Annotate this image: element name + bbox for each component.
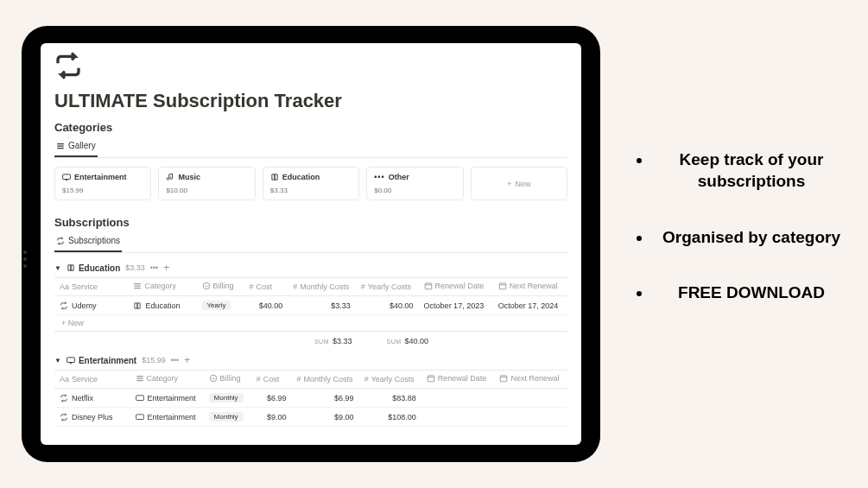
add-row-icon[interactable]: + (163, 262, 169, 274)
cell-category: Entertainment (148, 394, 196, 402)
card-price: $3.33 (270, 187, 352, 194)
hash-icon: # (249, 282, 253, 291)
col-billing[interactable]: Billing (220, 374, 241, 383)
category-card-new[interactable]: + New (471, 167, 567, 200)
calendar-icon (424, 282, 433, 290)
app-screen: ULTIMATE Subscription Tracker Categories… (41, 43, 581, 445)
category-card-education[interactable]: Education $3.33 (263, 167, 359, 200)
sum-row: SUM$3.33 SUM$40.00 (175, 332, 567, 351)
chevron-down-icon (209, 374, 218, 383)
cell-next (494, 408, 567, 427)
col-cost[interactable]: Cost (257, 282, 273, 291)
add-row-icon[interactable]: + (184, 354, 190, 366)
triangle-down-icon: ▼ (54, 264, 61, 272)
calendar-icon (499, 374, 508, 383)
cell-service: Netflix (72, 394, 93, 402)
col-service[interactable]: Service (72, 282, 98, 291)
cell-billing: Yearly (202, 301, 231, 310)
new-row-label: New (68, 319, 84, 327)
more-icon[interactable]: ••• (150, 263, 158, 272)
table-row[interactable]: Netflix Entertainment Monthly $6.99 $6.9… (54, 389, 567, 408)
cell-cost: $6.99 (251, 389, 292, 408)
svg-point-5 (210, 375, 217, 382)
svg-point-1 (203, 282, 210, 289)
col-next[interactable]: Next Renewal (510, 374, 559, 383)
sum-yearly: $40.00 (405, 337, 429, 345)
cell-cost: $40.00 (244, 296, 288, 315)
book-icon (67, 263, 75, 272)
subscriptions-heading: Subscriptions (54, 216, 567, 229)
hash-icon: # (296, 375, 301, 383)
category-cards: Entertainment $15.99 Music $10.00 Educat… (54, 167, 567, 200)
marketing-bullets: Keep track of your subscriptions Organis… (600, 149, 851, 339)
group-price: $3.33 (125, 263, 145, 272)
col-category[interactable]: Category (147, 374, 179, 383)
hash-icon: # (364, 375, 369, 383)
cell-next (494, 389, 567, 408)
tablet-frame: ULTIMATE Subscription Tracker Categories… (22, 26, 600, 462)
tab-gallery-label: Gallery (68, 141, 96, 150)
stack-icon (136, 374, 144, 383)
aa-icon: Aa (60, 375, 69, 383)
category-card-other[interactable]: ••• Other $0.00 (366, 167, 463, 200)
table-education: AaService Category Billing #Cost #Monthl… (54, 277, 567, 315)
col-yearly[interactable]: Yearly Costs (368, 282, 411, 291)
tab-gallery[interactable]: Gallery (54, 137, 98, 157)
cell-yearly: $40.00 (356, 296, 419, 315)
loop-small-icon (60, 413, 68, 421)
card-name: Music (178, 173, 200, 181)
plus-icon: + (507, 180, 511, 188)
col-yearly[interactable]: Yearly Costs (371, 375, 415, 383)
group-header-entertainment[interactable]: ▼ Entertainment $15.99 ••• + (54, 354, 567, 366)
cell-renewal (421, 408, 495, 427)
loop-small-icon (56, 237, 65, 245)
plus-icon: + (61, 319, 66, 327)
svg-rect-0 (63, 174, 71, 180)
cell-billing: Monthly (209, 412, 244, 421)
aa-icon: Aa (60, 282, 69, 291)
calendar-icon (427, 374, 435, 383)
tab-subscriptions[interactable]: Subscriptions (54, 232, 122, 252)
col-next[interactable]: Next Renewal (510, 282, 558, 290)
loop-small-icon (60, 301, 68, 310)
svg-rect-6 (428, 376, 434, 382)
svg-rect-2 (425, 283, 432, 289)
book-icon (270, 173, 279, 181)
cell-renewal (421, 389, 495, 408)
group-name: Entertainment (79, 356, 136, 365)
col-renewal[interactable]: Renewal Date (438, 374, 487, 383)
card-name: Entertainment (74, 173, 127, 181)
sum-label: SUM (387, 339, 402, 345)
col-billing[interactable]: Billing (213, 282, 234, 290)
bullet-item: Keep track of your subscriptions (652, 149, 851, 192)
table-row[interactable]: Udemy Education Yearly $40.00 $3.33 $40.… (54, 296, 567, 315)
col-renewal[interactable]: Renewal Date (435, 282, 485, 290)
new-row-button[interactable]: + New (54, 315, 567, 332)
col-cost[interactable]: Cost (263, 375, 280, 383)
music-icon (166, 173, 174, 181)
hash-icon: # (361, 282, 365, 291)
col-monthly[interactable]: Monthly Costs (303, 375, 352, 383)
subscriptions-tabbar: Subscriptions (54, 232, 567, 253)
category-card-music[interactable]: Music $10.00 (158, 167, 255, 200)
dots-icon: ••• (374, 173, 384, 181)
cell-renewal: October 17, 2023 (419, 296, 493, 315)
cell-monthly: $6.99 (291, 389, 358, 408)
group-header-education[interactable]: ▼ Education $3.33 ••• + (54, 262, 567, 274)
tv-icon (136, 413, 144, 421)
more-icon[interactable]: ••• (171, 356, 179, 364)
card-name: Education (282, 173, 320, 181)
cell-cost: $9.00 (251, 408, 292, 427)
cell-yearly: $108.00 (359, 408, 421, 427)
cell-billing: Monthly (209, 393, 244, 402)
table-row[interactable]: Disney Plus Entertainment Monthly $9.00 … (54, 408, 567, 427)
cell-monthly: $9.00 (291, 408, 358, 427)
hash-icon: # (293, 282, 297, 291)
category-card-entertainment[interactable]: Entertainment $15.99 (54, 167, 151, 200)
col-monthly[interactable]: Monthly Costs (300, 282, 349, 291)
col-category[interactable]: Category (144, 282, 176, 290)
col-service[interactable]: Service (72, 375, 98, 383)
cell-category: Entertainment (148, 413, 196, 421)
cell-category: Education (145, 301, 180, 310)
categories-heading: Categories (54, 121, 567, 134)
